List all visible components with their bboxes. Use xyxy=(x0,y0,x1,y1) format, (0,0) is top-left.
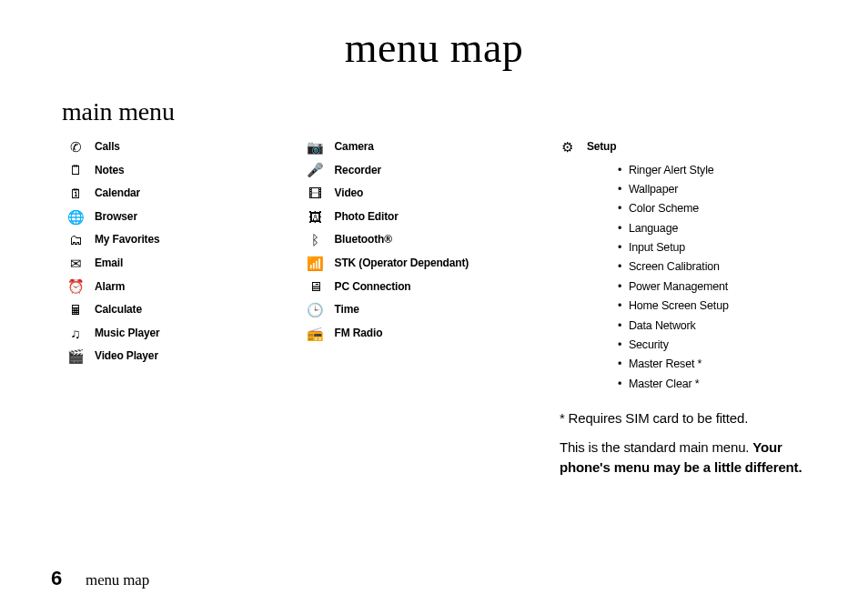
setup-subitem: Wallpaper xyxy=(618,181,817,198)
menu-item: 📷Camera xyxy=(308,138,560,156)
page-title: menu map xyxy=(51,24,817,72)
menu-label: Calendar xyxy=(95,185,140,202)
setup-subitem: Screen Calibration xyxy=(618,258,817,276)
menu-label: Recorder xyxy=(335,162,381,179)
menu-item: 🎤Recorder xyxy=(308,162,560,179)
video-player-icon: 🎬 xyxy=(67,348,84,365)
menu-item: 🖩Calculate xyxy=(67,301,308,318)
menu-item: ✆Calls xyxy=(67,138,308,156)
menu-label: Bluetooth® xyxy=(335,231,392,248)
menu-item: 📻FM Radio xyxy=(308,325,560,342)
column-3: ⚙ Setup Ringer Alert StyleWallpaperColor… xyxy=(560,132,817,478)
video-icon: 🎞 xyxy=(308,185,324,201)
time-icon: 🕒 xyxy=(308,301,324,317)
photo-editor-icon: 🖼 xyxy=(308,208,324,225)
setup-subitem: Language xyxy=(618,220,817,237)
alarm-icon: ⏰ xyxy=(67,278,84,295)
pc-connection-icon: 🖥 xyxy=(308,278,324,295)
columns-wrapper: ✆Calls🗒Notes🗓Calendar🌐Browser🗂My Favorit… xyxy=(67,132,817,478)
section-heading: main menu xyxy=(62,97,817,126)
menu-item: 🌐Browser xyxy=(67,208,308,226)
menu-label: My Favorites xyxy=(95,231,159,248)
menu-label: Calculate xyxy=(95,301,142,318)
menu-label: Music Player xyxy=(95,325,159,342)
menu-item: 🗂My Favorites xyxy=(67,231,308,248)
email-icon: ✉ xyxy=(67,255,84,271)
menu-label: Calls xyxy=(95,138,120,156)
bluetooth-icon: ᛒ xyxy=(308,232,324,248)
menu-item: ⏰Alarm xyxy=(67,278,308,296)
menu-item: ᛒBluetooth® xyxy=(308,231,560,248)
menu-item-setup: ⚙ Setup xyxy=(560,138,817,156)
recorder-icon: 🎤 xyxy=(308,162,324,178)
menu-item: ✉Email xyxy=(67,255,308,272)
setup-subitem: Ringer Alert Style xyxy=(618,162,817,179)
menu-label: Time xyxy=(335,301,359,318)
menu-label: Alarm xyxy=(95,278,125,296)
calendar-icon: 🗓 xyxy=(67,185,84,201)
menu-item: 🖼Photo Editor xyxy=(308,208,560,226)
menu-label: Video xyxy=(335,185,364,202)
setup-subitem: Master Clear * xyxy=(618,376,817,393)
setup-subitem: Color Scheme xyxy=(618,200,817,217)
setup-subitem: Home Screen Setup xyxy=(618,297,817,315)
menu-label: Email xyxy=(95,255,123,272)
setup-subitem: Master Reset * xyxy=(618,356,817,373)
page-footer: 6 menu map xyxy=(51,567,149,590)
setup-subitem: Input Setup xyxy=(618,239,817,257)
favorites-icon: 🗂 xyxy=(67,232,84,248)
music-icon: ♫ xyxy=(67,325,84,341)
setup-subitem: Data Network xyxy=(618,317,817,335)
menu-item: 🎬Video Player xyxy=(67,347,308,365)
notes-icon: 🗒 xyxy=(67,162,84,178)
menu-label: Photo Editor xyxy=(335,208,399,226)
setup-subitem: Power Management xyxy=(618,278,817,296)
menu-label: STK (Operator Dependant) xyxy=(335,255,469,272)
page-number: 6 xyxy=(51,567,62,590)
menu-label: Browser xyxy=(95,208,137,226)
setup-sublist: Ringer Alert StyleWallpaperColor SchemeL… xyxy=(618,162,817,394)
menu-item: 🕒Time xyxy=(308,301,560,318)
disclaimer: This is the standard main menu. Your pho… xyxy=(560,438,817,478)
camera-icon: 📷 xyxy=(308,138,324,155)
setup-icon: ⚙ xyxy=(560,138,576,155)
column-2: 📷Camera🎤Recorder🎞Video🖼Photo EditorᛒBlue… xyxy=(308,132,560,478)
menu-label: Setup xyxy=(587,138,617,156)
page: menu map main menu ✆Calls🗒Notes🗓Calendar… xyxy=(0,0,868,614)
stk-icon: 📶 xyxy=(308,255,324,271)
disclaimer-plain: This is the standard main menu. xyxy=(560,439,752,455)
menu-item: 🗒Notes xyxy=(67,162,308,179)
menu-label: Video Player xyxy=(95,347,158,365)
footer-section: menu map xyxy=(86,571,149,589)
calculate-icon: 🖩 xyxy=(67,301,84,317)
menu-label: FM Radio xyxy=(335,325,383,342)
footnote: * Requires SIM card to be fitted. xyxy=(560,408,817,428)
menu-item: 🖥PC Connection xyxy=(308,278,560,296)
menu-item: 🗓Calendar xyxy=(67,185,308,202)
column-1: ✆Calls🗒Notes🗓Calendar🌐Browser🗂My Favorit… xyxy=(67,132,308,478)
menu-label: Camera xyxy=(335,138,374,156)
phone-icon: ✆ xyxy=(67,138,84,155)
browser-icon: 🌐 xyxy=(67,208,84,225)
menu-label: PC Connection xyxy=(335,278,411,296)
menu-label: Notes xyxy=(95,162,125,179)
menu-item: 📶STK (Operator Dependant) xyxy=(308,255,560,272)
menu-item: 🎞Video xyxy=(308,185,560,202)
menu-item: ♫Music Player xyxy=(67,325,308,342)
setup-subitem: Security xyxy=(618,337,817,354)
fm-radio-icon: 📻 xyxy=(308,325,324,341)
